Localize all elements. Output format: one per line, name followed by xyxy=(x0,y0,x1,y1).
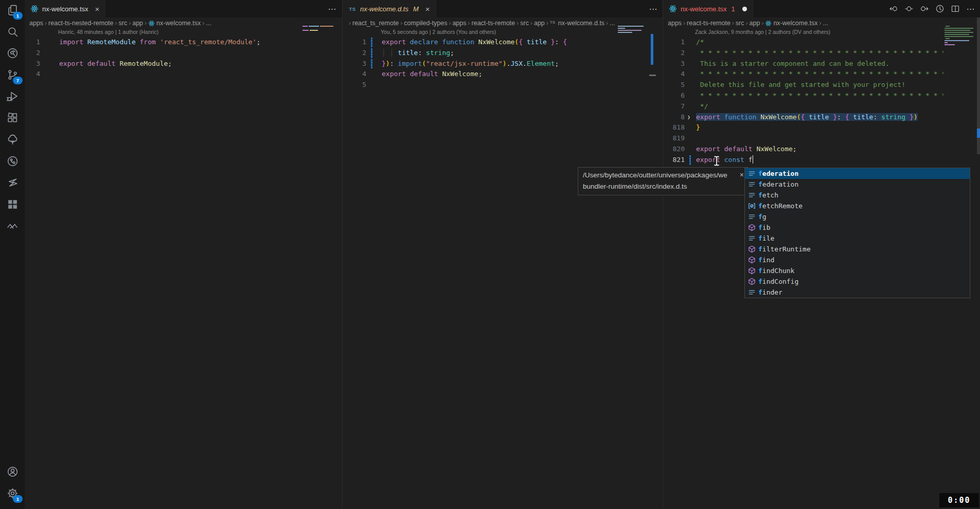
minimap-line xyxy=(945,40,969,41)
breadcrumb-item[interactable]: react-ts-remote xyxy=(687,20,730,27)
suggest-item-federation[interactable]: federation xyxy=(745,168,970,179)
code-line[interactable]: 3 This is a starter component and can be… xyxy=(663,59,980,69)
changes-icon[interactable] xyxy=(904,4,914,13)
code-line[interactable]: 7 */ xyxy=(663,101,980,112)
suggest-item-fib[interactable]: fib xyxy=(745,222,970,233)
code-line[interactable]: 2│ │ title: string; xyxy=(343,48,663,59)
close-icon[interactable]: × xyxy=(95,5,100,13)
code-line[interactable]: 6 * * * * * * * * * * * * * * * * * * * … xyxy=(663,90,980,101)
next-change-icon[interactable] xyxy=(920,4,929,13)
breadcrumb-item[interactable]: app xyxy=(750,20,760,27)
chevron-right-icon: › xyxy=(606,20,608,27)
suggest-item-finder[interactable]: finder xyxy=(745,287,970,298)
tab-nx-welcome.tsx[interactable]: nx-welcome.tsx1 xyxy=(663,0,753,17)
activity-bar-item-nx-console[interactable] xyxy=(0,173,25,194)
close-icon[interactable]: × xyxy=(425,5,430,13)
activity-bar-item-waves[interactable] xyxy=(0,216,25,238)
code-editor[interactable]: 1/*2 * * * * * * * * * * * * * * * * * *… xyxy=(663,37,980,166)
suggest-item-find[interactable]: find xyxy=(745,254,970,265)
code-line[interactable]: 818} xyxy=(663,122,980,133)
project-tree-icon xyxy=(6,133,19,148)
suggest-item-fetchRemote[interactable]: fetchRemote xyxy=(745,201,970,211)
fold-chevron-icon[interactable]: ❯ xyxy=(687,112,690,123)
breadcrumb-item[interactable]: react_ts_remote xyxy=(352,20,399,27)
code-line[interactable]: 819 xyxy=(663,133,980,144)
tooltip-path-line2: bundler-runtime/dist/src/index.d.ts xyxy=(583,181,734,192)
prev-change-icon[interactable] xyxy=(889,4,898,13)
activity-bar-item-commit-graph[interactable] xyxy=(0,151,25,173)
codelens-annotation[interactable]: Hanric, 48 minutes ago | 1 author (Hanri… xyxy=(25,29,342,37)
activity-bar-item-run-and-debug[interactable] xyxy=(0,86,25,108)
breadcrumb-item[interactable]: nx-welcome.tsx xyxy=(148,20,201,27)
more-actions-icon[interactable]: ⋯ xyxy=(328,4,337,13)
code-line[interactable]: 3export default RemoteModule; xyxy=(25,59,342,69)
activity-bar-item-extensions[interactable] xyxy=(0,108,25,130)
breadcrumb-item[interactable]: app xyxy=(132,20,143,27)
minimap[interactable] xyxy=(943,17,976,151)
code-line[interactable]: 5 Delete this file and get started with … xyxy=(663,80,980,90)
suggest-item-file[interactable]: file xyxy=(745,233,970,244)
suggest-item-federation[interactable]: federation xyxy=(745,179,970,190)
code-line[interactable]: 2 * * * * * * * * * * * * * * * * * * * … xyxy=(663,48,980,59)
activity-bar-item-source-control[interactable]: 7 xyxy=(0,65,25,86)
breadcrumb-item[interactable]: nx-welcome.tsx xyxy=(765,20,817,27)
breadcrumb-item[interactable]: apps xyxy=(452,20,466,27)
suggest-item-label: findChunk xyxy=(758,267,794,275)
breadcrumb-item[interactable]: src xyxy=(520,20,529,27)
code-line[interactable]: 820export default NxWelcome; xyxy=(663,144,980,155)
activity-bar-item-gitlens[interactable] xyxy=(0,43,25,65)
dirty-dot-icon[interactable] xyxy=(742,7,747,11)
suggest-item-findConfig[interactable]: findConfig xyxy=(745,276,970,287)
activity-bar-item-accounts[interactable] xyxy=(0,462,25,483)
activity-bar-item-search[interactable] xyxy=(0,22,25,43)
activity-bar-item-explorer[interactable]: 1 xyxy=(0,0,25,22)
code-line[interactable]: 2 xyxy=(25,48,342,59)
code-text: export declare function NxWelcome({ titl… xyxy=(382,37,567,48)
code-text: import RemoteModule from 'react_ts_remot… xyxy=(59,37,260,48)
code-line[interactable]: 4export default NxWelcome; xyxy=(343,69,663,80)
breadcrumb-item[interactable]: ... xyxy=(610,20,615,27)
code-line[interactable]: 4 xyxy=(25,69,342,80)
breadcrumb-item[interactable]: src xyxy=(119,20,128,27)
blame-icon[interactable] xyxy=(935,4,945,13)
breadcrumb-item[interactable]: apps xyxy=(29,20,43,27)
breadcrumb-item[interactable]: ... xyxy=(823,20,828,27)
breadcrumb-item[interactable]: ... xyxy=(206,20,211,27)
tab-nx-welcome.d.ts[interactable]: TSnx-welcome.d.tsM× xyxy=(343,0,436,17)
split-editor-icon[interactable] xyxy=(951,4,960,13)
breadcrumb-item[interactable]: src xyxy=(736,20,744,27)
code-line[interactable]: 1export declare function NxWelcome({ tit… xyxy=(343,37,663,48)
minimap[interactable] xyxy=(616,17,654,125)
codelens-annotation[interactable]: Zack Jackson, 9 months ago | 2 authors (… xyxy=(663,29,980,37)
codelens-annotation[interactable]: You, 5 seconds ago | 2 authors (You and … xyxy=(343,29,663,37)
breadcrumb-item[interactable]: apps xyxy=(668,20,682,27)
code-line[interactable]: 1/* xyxy=(663,37,980,48)
code-line[interactable]: 821export const f xyxy=(663,155,980,166)
activity-bar-item-module-grid[interactable] xyxy=(0,194,25,216)
suggest-item-filterRuntime[interactable]: filterRuntime xyxy=(745,244,970,254)
suggest-item-fg[interactable]: fg xyxy=(745,211,970,222)
code-line[interactable]: 8❯export function NxWelcome({ title }: {… xyxy=(663,112,980,123)
minimap[interactable] xyxy=(301,17,340,125)
close-icon[interactable]: × xyxy=(740,169,744,180)
breadcrumb-item[interactable]: TSnx-welcome.d.ts xyxy=(550,20,604,27)
breadcrumb-item[interactable]: app xyxy=(534,20,545,27)
suggest-item-findChunk[interactable]: findChunk xyxy=(745,265,970,276)
code-line[interactable]: 4 * * * * * * * * * * * * * * * * * * * … xyxy=(663,69,980,80)
code-line[interactable]: 3}): import("react/jsx-runtime").JSX.Ele… xyxy=(343,59,663,69)
breadcrumb-item[interactable]: react-ts-remote xyxy=(472,20,515,27)
breadcrumb-item[interactable]: react-ts-nested-remote xyxy=(48,20,113,27)
more-actions-icon[interactable]: ⋯ xyxy=(966,4,975,13)
activity-bar-item-settings[interactable]: 1 xyxy=(0,483,25,505)
code-editor[interactable]: 1export declare function NxWelcome({ tit… xyxy=(343,37,663,90)
gutter xyxy=(686,59,696,69)
breadcrumb-label: apps xyxy=(668,20,682,27)
activity-bar-item-project-tree[interactable] xyxy=(0,130,25,151)
code-line[interactable]: 1import RemoteModule from 'react_ts_remo… xyxy=(25,37,342,48)
tab-nx-welcome.tsx[interactable]: nx-welcome.tsx× xyxy=(25,0,105,17)
more-actions-icon[interactable]: ⋯ xyxy=(649,4,658,13)
code-editor[interactable]: 1import RemoteModule from 'react_ts_remo… xyxy=(25,37,342,80)
breadcrumb-item[interactable]: compiled-types xyxy=(404,20,447,27)
suggest-item-fetch[interactable]: fetch xyxy=(745,190,970,201)
code-line[interactable]: 5 xyxy=(343,80,663,90)
